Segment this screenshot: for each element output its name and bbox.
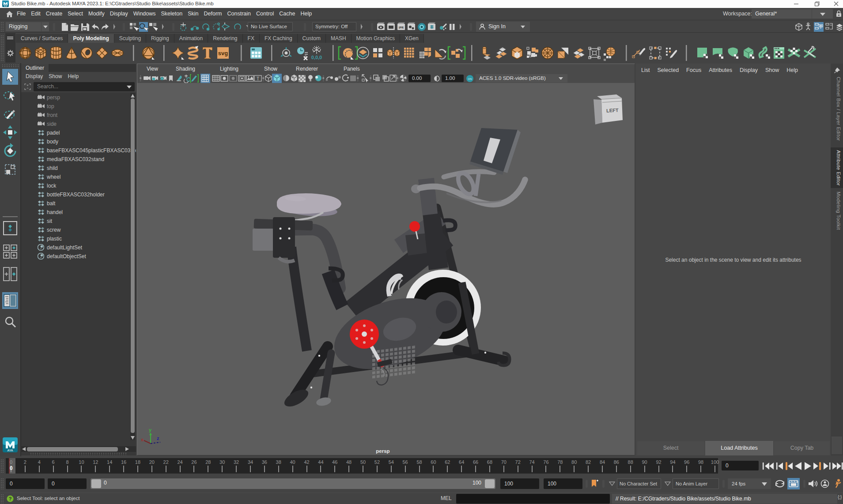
svg-text:AYA: AYA <box>4 5 7 7</box>
svg-text:AYA: AYA <box>8 449 13 452</box>
svg-text:T: T <box>257 76 259 81</box>
svg-text:svg: svg <box>218 50 228 56</box>
svg-text:z: z <box>157 436 159 441</box>
svg-text:y: y <box>149 427 152 433</box>
svg-text:ON: ON <box>468 78 472 80</box>
svg-text:IPR: IPR <box>399 26 404 29</box>
svg-text:LEFT: LEFT <box>606 107 619 113</box>
svg-text:0,0,0: 0,0,0 <box>311 55 322 60</box>
svg-text:x: x <box>141 437 144 442</box>
svg-text:?: ? <box>9 496 12 501</box>
